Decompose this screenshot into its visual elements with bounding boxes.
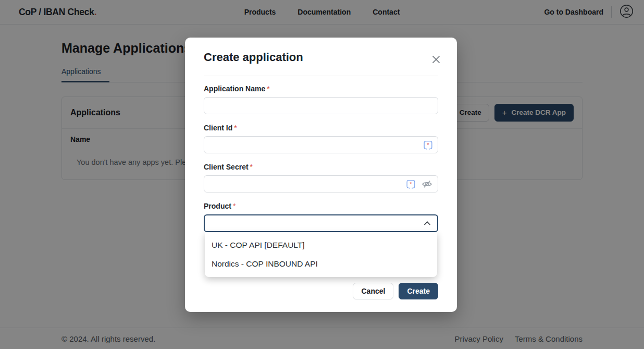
product-label: Product* [204,202,438,210]
chevron-up-icon [424,221,431,226]
label-text: Client Secret [204,163,249,171]
svg-text:*: * [427,141,429,148]
autofill-badge-icon[interactable]: * [406,179,415,188]
client-id-field: Client Id* * [204,124,438,153]
cancel-button[interactable]: Cancel [353,283,393,299]
product-option-nordics-cop-inbound-api[interactable]: Nordics - COP INBOUND API [205,255,437,273]
eye-off-icon [422,183,432,191]
label-text: Client Id [204,124,232,132]
modal-body: Application Name* Client Id* * [185,76,457,232]
client-id-input[interactable] [204,136,438,153]
autofill-badge-icon[interactable]: * [424,140,432,149]
input-wrap: * [204,175,438,192]
input-wrap: * [204,136,438,153]
required-asterisk: * [233,202,236,210]
input-wrap [204,97,438,114]
required-asterisk: * [234,124,237,132]
svg-text:*: * [410,180,412,187]
application-name-field: Application Name* [204,85,438,114]
product-option-uk-cop-api[interactable]: UK - COP API [DEFAULT] [205,236,437,255]
product-field: Product* UK - COP API [DEFAULT] Nordics … [204,202,438,232]
label-text: Application Name [204,85,265,93]
label-text: Product [204,202,231,210]
create-application-modal: Create application Application Name* Cli… [185,38,457,312]
application-name-input[interactable] [204,97,438,114]
input-icons: * [424,140,432,149]
client-secret-field: Client Secret* * [204,163,438,192]
close-icon [432,57,440,65]
modal-create-button[interactable]: Create [399,283,438,299]
required-asterisk: * [267,85,269,93]
close-modal-button[interactable] [430,53,442,66]
product-options-dropdown: UK - COP API [DEFAULT] Nordics - COP INB… [205,232,437,277]
client-secret-label: Client Secret* [204,163,438,171]
modal-header: Create application [185,38,457,66]
modal-title: Create application [204,51,303,64]
required-asterisk: * [250,163,253,171]
client-secret-input[interactable] [204,175,438,192]
client-id-label: Client Id* [204,124,438,132]
product-select[interactable]: UK - COP API [DEFAULT] Nordics - COP INB… [204,214,438,232]
application-name-label: Application Name* [204,85,438,93]
input-icons: * [406,178,432,189]
toggle-secret-visibility-button[interactable] [422,178,432,189]
